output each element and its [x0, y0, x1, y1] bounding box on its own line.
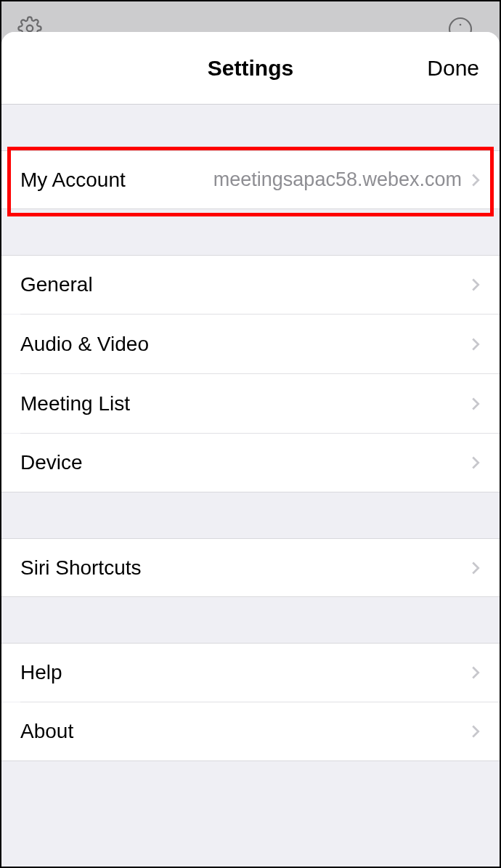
chevron-right-icon [465, 173, 481, 187]
help-row[interactable]: Help [1, 643, 500, 702]
about-row[interactable]: About [1, 702, 500, 761]
about-label: About [20, 720, 73, 743]
meeting-list-row[interactable]: Meeting List [1, 374, 500, 433]
my-account-detail: meetingsapac58.webex.com [126, 169, 465, 191]
my-account-label: My Account [20, 169, 126, 192]
meeting-list-label: Meeting List [20, 392, 130, 415]
siri-shortcuts-row[interactable]: Siri Shortcuts [1, 538, 500, 597]
help-label: Help [20, 661, 62, 684]
audio-video-label: Audio & Video [20, 333, 149, 356]
app-viewport: Settings Done My Account meetingsapac58.… [0, 0, 501, 868]
audio-video-row[interactable]: Audio & Video [1, 315, 500, 373]
chevron-right-icon [465, 724, 481, 739]
siri-shortcuts-label: Siri Shortcuts [20, 556, 142, 580]
chevron-right-icon [465, 337, 481, 352]
nav-bar: Settings Done [1, 32, 500, 105]
chevron-right-icon [465, 561, 481, 575]
svg-point-2 [460, 24, 462, 26]
chevron-right-icon [465, 455, 481, 470]
chevron-right-icon [465, 397, 481, 411]
general-row[interactable]: General [1, 255, 500, 314]
device-label: Device [20, 451, 83, 474]
general-label: General [20, 273, 93, 296]
settings-sheet: Settings Done My Account meetingsapac58.… [1, 32, 500, 867]
device-row[interactable]: Device [1, 434, 500, 492]
my-account-row[interactable]: My Account meetingsapac58.webex.com [1, 150, 500, 209]
chevron-right-icon [465, 665, 481, 680]
chevron-right-icon [465, 277, 481, 292]
done-button[interactable]: Done [427, 56, 479, 81]
svg-point-0 [27, 25, 33, 32]
page-title: Settings [208, 56, 293, 81]
